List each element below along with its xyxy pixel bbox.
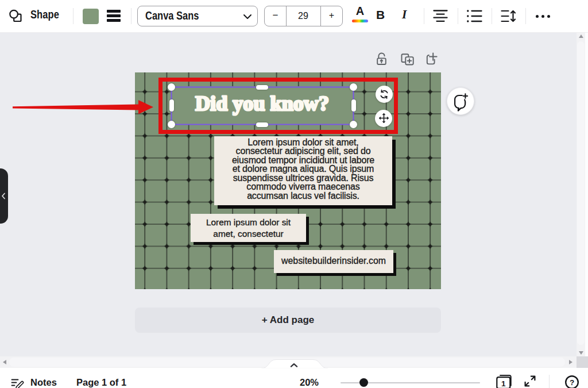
svg-text:?: ? [570,378,574,387]
svg-text:1: 1 [501,379,506,388]
